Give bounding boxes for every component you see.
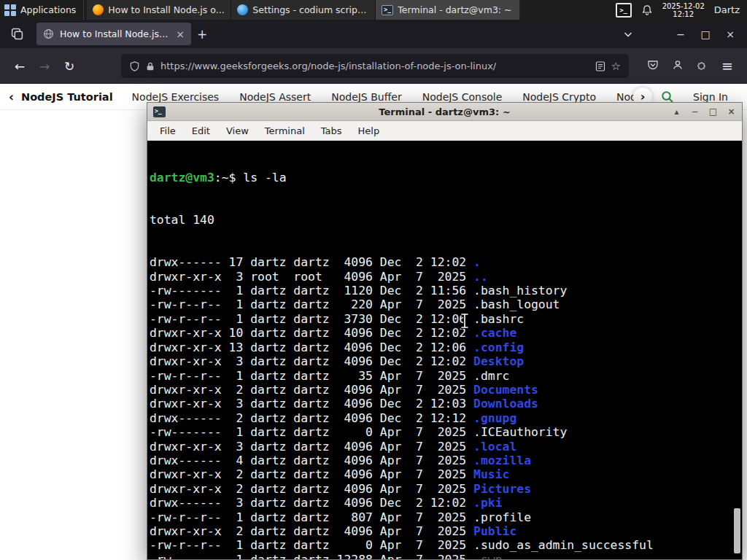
tray-terminal-icon[interactable]: >_	[616, 3, 632, 18]
terminal-line: drwx------ 3 dartz dartz 4096 Dec 2 12:0…	[150, 496, 742, 510]
terminal-line: -rw-r--r-- 1 dartz dartz 0 Apr 7 2025 .s…	[150, 538, 742, 552]
menu-help[interactable]: Help	[350, 122, 388, 139]
menu-tabs[interactable]: Tabs	[313, 122, 350, 139]
file-name: .config	[473, 341, 524, 354]
subnav-item[interactable]: NodeJS Buffer	[331, 91, 402, 103]
tab-title: How to Install Node.js on...	[60, 28, 170, 39]
menu-terminal[interactable]: Terminal	[257, 122, 313, 139]
file-name: Pictures	[473, 482, 531, 496]
terminal-window-controls: ▴ − □ ×	[672, 106, 736, 117]
prompt-user-host: dartz@vm3	[150, 171, 214, 184]
file-name: .profile	[473, 510, 531, 524]
file-name: .dmrc	[473, 369, 509, 383]
account-icon[interactable]	[665, 54, 690, 79]
window-minimize-button[interactable]: −	[670, 23, 692, 45]
file-meta: drwxr-xr-x 2 dartz dartz 4096 Apr 7 2025	[150, 383, 473, 397]
url-bar[interactable]: https://www.geeksforgeeks.org/node-js/in…	[121, 54, 629, 78]
pocket-icon[interactable]	[640, 54, 665, 79]
bookmark-star-icon[interactable]: ☆	[611, 60, 621, 73]
terminal-line: -rw-r--r-- 1 dartz dartz 220 Apr 7 2025 …	[150, 298, 742, 311]
prompt-path: ~	[222, 171, 229, 184]
terminal-line: drwx------ 17 dartz dartz 4096 Dec 2 12:…	[150, 255, 742, 269]
file-meta: -rw-r--r-- 1 dartz dartz 220 Apr 7 2025	[150, 298, 473, 311]
extensions-puzzle-icon[interactable]	[690, 54, 715, 79]
prompt-line: dartz@vm3:~$ ls -la	[150, 171, 742, 184]
sign-in-button[interactable]: Sign In	[693, 91, 728, 103]
menu-view[interactable]: View	[218, 122, 257, 139]
terminal-line: drwxr-xr-x 3 dartz dartz 4096 Dec 2 12:0…	[150, 354, 742, 368]
forward-button[interactable]: →	[32, 54, 57, 79]
menu-edit[interactable]: Edit	[184, 122, 218, 139]
taskbar-window-firefox[interactable]: How to Install Node.js o...	[87, 0, 231, 20]
file-meta: -rw------- 1 dartz dartz 0 Apr 7 2025	[150, 425, 473, 439]
terminal-minimize-button[interactable]: −	[690, 106, 700, 117]
subnav-item-primary[interactable]: NodeJS Tutorial	[21, 91, 113, 103]
terminal-line: -rw-r--r-- 1 dartz dartz 807 Apr 7 2025 …	[150, 510, 742, 524]
file-meta: drwx------ 4 dartz dartz 4096 Apr 7 2025	[150, 454, 473, 467]
subnav-item[interactable]: NodeJS Crypto	[522, 91, 596, 103]
new-tab-button[interactable]: +	[191, 23, 213, 45]
terminal-line: drwx------ 4 dartz dartz 4096 Apr 7 2025…	[150, 454, 742, 467]
terminal-scrollbar-thumb[interactable]	[734, 508, 740, 553]
subnav-chevron-left-icon[interactable]: ‹	[9, 90, 14, 104]
terminal-shade-button[interactable]: ▴	[672, 106, 681, 117]
taskbar-separator	[83, 0, 84, 20]
terminal-close-button[interactable]: ×	[727, 106, 736, 117]
clock[interactable]: 2025-12-02 12:12	[662, 2, 705, 18]
terminal-output[interactable]: dartz@vm3:~$ ls -la total 140 drwx------…	[147, 141, 742, 559]
taskbar-window-codium[interactable]: Settings - codium script...	[231, 0, 376, 20]
file-name: .sudo_as_admin_successful	[473, 538, 654, 552]
terminal-line: drwxr-xr-x 10 dartz dartz 4096 Dec 2 12:…	[150, 326, 742, 340]
reader-view-icon[interactable]	[595, 61, 605, 71]
window-close-button[interactable]: ×	[719, 23, 741, 45]
lock-icon[interactable]	[146, 61, 155, 71]
system-tray: >_ 2025-12-02 12:12 Dartz	[616, 0, 747, 20]
window-maximize-button[interactable]: □	[694, 23, 716, 45]
file-meta: drwxr-xr-x 3 root root 4096 Apr 7 2025	[150, 270, 473, 284]
firefox-view-button[interactable]	[6, 23, 28, 45]
terminal-line: drwxr-xr-x 3 dartz dartz 4096 Dec 2 12:0…	[150, 397, 742, 411]
menu-file[interactable]: File	[152, 122, 184, 139]
list-all-tabs-button[interactable]	[617, 23, 639, 45]
subnav-item[interactable]: NodeJS Exercises	[132, 91, 220, 103]
terminal-line: -rw------- 1 dartz dartz 0 Apr 7 2025 .I…	[150, 425, 742, 439]
file-meta: drwx------ 17 dartz dartz 4096 Dec 2 12:…	[150, 255, 473, 269]
tab-close-icon[interactable]: ×	[176, 28, 185, 40]
applications-menu[interactable]: Applications	[0, 0, 83, 20]
tracking-protection-shield-icon[interactable]	[129, 61, 140, 72]
file-name: .bash_history	[473, 284, 567, 298]
hamburger-menu-icon[interactable]: ≡	[715, 54, 740, 79]
terminal-line: -rw-r--r-- 1 dartz dartz 35 Apr 7 2025 .…	[150, 369, 742, 383]
subnav-items: NodeJS Tutorial NodeJS Exercises NodeJS …	[21, 91, 646, 103]
taskbar-window-list: How to Install Node.js o... Settings - c…	[87, 0, 520, 20]
file-name: .gnupg	[473, 411, 516, 425]
clock-date: 2025-12-02	[662, 2, 705, 10]
file-meta: drwxr-xr-x 2 dartz dartz 4096 Apr 7 2025	[150, 467, 473, 481]
file-name: .pki	[473, 496, 502, 510]
file-name: .bash_logout	[473, 298, 560, 311]
browser-tab[interactable]: How to Install Node.js on... ×	[36, 23, 191, 45]
user-menu[interactable]: Dartz	[714, 4, 740, 15]
terminal-icon: >_	[153, 106, 166, 117]
clock-time: 12:12	[673, 10, 694, 18]
file-meta: -rw------- 1 dartz dartz 12288 Apr 7 202…	[150, 553, 473, 559]
file-meta: drwx------ 2 dartz dartz 4096 Dec 2 12:1…	[150, 411, 473, 425]
notifications-bell-icon[interactable]	[641, 4, 653, 16]
file-name: .ICEauthority	[473, 425, 567, 439]
text-cursor-pointer	[460, 312, 470, 330]
file-meta: drwxr-xr-x 2 dartz dartz 4096 Apr 7 2025	[150, 524, 473, 538]
search-icon[interactable]	[661, 90, 674, 104]
terminal-maximize-button[interactable]: □	[708, 106, 718, 117]
terminal-menubar: File Edit View Terminal Tabs Help	[147, 121, 742, 141]
terminal-line: drwxr-xr-x 3 dartz dartz 4096 Apr 7 2025…	[150, 440, 742, 454]
taskbar-window-terminal[interactable]: >_ Terminal - dartz@vm3: ~	[376, 0, 520, 20]
terminal-titlebar[interactable]: >_ Terminal - dartz@vm3: ~ ▴ − □ ×	[147, 103, 742, 121]
file-meta: -rw------- 1 dartz dartz 1120 Dec 2 11:5…	[150, 284, 473, 298]
file-name: .cache	[473, 326, 516, 340]
subnav-item[interactable]: NodeJS Console	[422, 91, 503, 103]
reload-button[interactable]: ↻	[57, 54, 82, 79]
applications-menu-icon	[4, 4, 16, 16]
subnav-item[interactable]: NodeJS Assert	[239, 91, 311, 103]
back-button[interactable]: ←	[7, 54, 32, 79]
file-meta: drwxr-xr-x 3 dartz dartz 4096 Dec 2 12:0…	[150, 354, 473, 368]
